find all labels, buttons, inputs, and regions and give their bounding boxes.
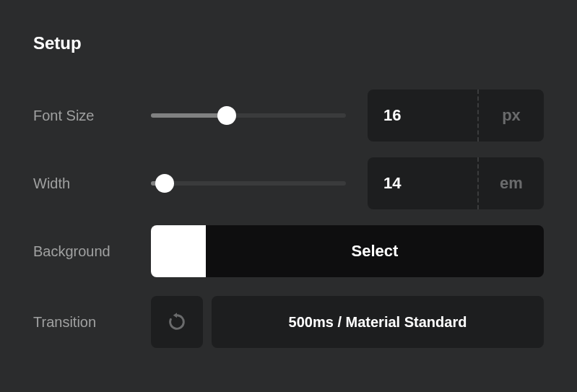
font-size-unit: px xyxy=(477,90,544,141)
width-slider[interactable] xyxy=(151,181,346,186)
row-background: Background Select xyxy=(33,225,544,277)
width-slider-thumb[interactable] xyxy=(155,174,174,193)
font-size-value-box: 16 px xyxy=(368,90,544,141)
background-swatch[interactable] xyxy=(151,225,206,277)
width-value[interactable]: 14 xyxy=(368,157,477,209)
transition-select-button[interactable]: 500ms / Material Standard xyxy=(212,296,544,348)
transition-reset-button[interactable] xyxy=(151,296,203,348)
font-size-slider-thumb[interactable] xyxy=(217,106,236,125)
font-size-slider-fill xyxy=(151,113,227,118)
row-transition: Transition 500ms / Material Standard xyxy=(33,296,544,348)
row-width: Width 14 em xyxy=(33,157,544,209)
section-title: Setup xyxy=(33,33,544,53)
background-select-button[interactable]: Select xyxy=(206,225,544,277)
row-font-size: Font Size 16 px xyxy=(33,90,544,141)
font-size-slider[interactable] xyxy=(151,113,346,118)
reset-icon xyxy=(167,312,187,332)
width-unit: em xyxy=(477,157,544,209)
transition-label: Transition xyxy=(33,314,151,331)
background-label: Background xyxy=(33,243,151,260)
font-size-label: Font Size xyxy=(33,108,151,124)
font-size-value[interactable]: 16 xyxy=(368,90,477,141)
width-label: Width xyxy=(33,175,151,192)
width-value-box: 14 em xyxy=(368,157,544,209)
